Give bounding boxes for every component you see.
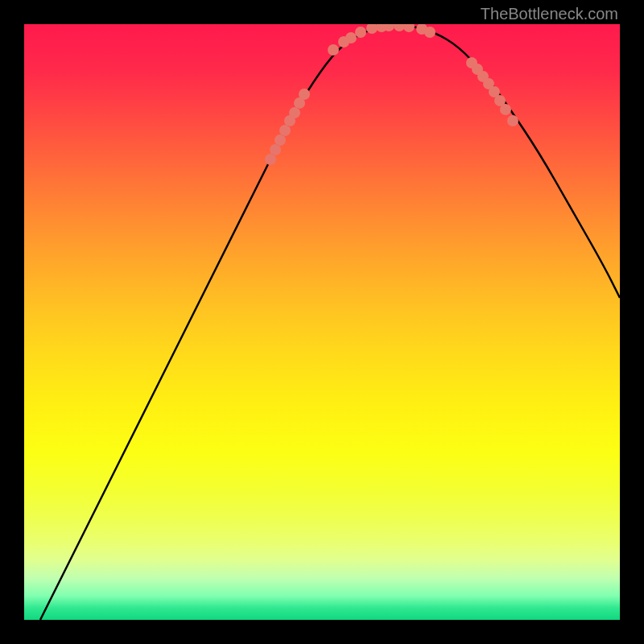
marker-dot	[270, 144, 281, 155]
marker-dot	[507, 115, 518, 126]
marker-dot	[403, 24, 415, 32]
marker-dot	[275, 134, 286, 146]
marker-dot	[345, 32, 357, 43]
marker-dot	[299, 89, 310, 100]
curve-svg	[24, 24, 620, 620]
bottleneck-curve-path	[40, 26, 620, 620]
marker-dot	[289, 107, 300, 118]
marker-dot	[328, 44, 339, 56]
marker-dot	[265, 154, 276, 165]
chart-container: TheBottleneck.com	[0, 0, 644, 644]
marker-dot	[394, 24, 405, 31]
markers-group	[265, 24, 518, 165]
marker-dot	[366, 24, 378, 34]
marker-dot	[355, 27, 366, 38]
watermark-text: TheBottleneck.com	[481, 5, 618, 23]
plot-area	[24, 24, 620, 620]
marker-dot	[500, 104, 511, 115]
marker-dot	[424, 27, 436, 38]
marker-dot	[279, 125, 291, 136]
